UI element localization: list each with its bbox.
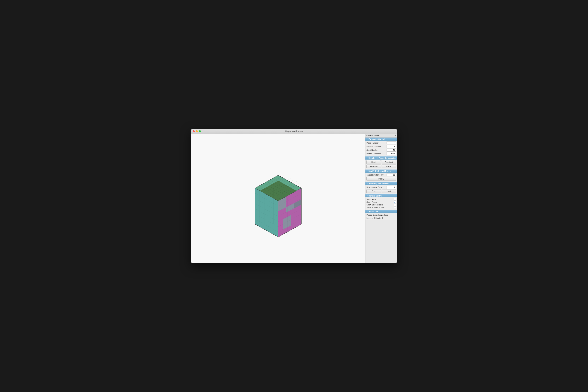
section-status-bar[interactable]: ▼ Status Bar (366, 210, 397, 213)
seed-number-label: Seed Number (367, 149, 378, 151)
show-puzzle-label: Show Puzzle (367, 201, 378, 203)
show-ball-skeleton-label: Show Ball Skeleton (367, 204, 383, 206)
construct-button[interactable]: Construct (382, 160, 396, 164)
piece-number-input[interactable] (387, 141, 396, 144)
section-render-control[interactable]: ▼ Render Control (366, 194, 397, 198)
section-parameter-control[interactable]: ▼ Parameter Control (366, 138, 397, 141)
hl-constructor-label: High Level Puzzle Constructor (369, 157, 396, 159)
piece-number-label: Piece Number (367, 142, 379, 144)
disassembly-step-row: Disassembly Step (367, 186, 396, 189)
minimize-button[interactable] (196, 130, 198, 132)
modify-hl-body: Target Level (Modify) Modify (366, 172, 397, 182)
show-puzzle-row: Show Puzzle ✓ (367, 201, 396, 203)
main-view[interactable] (191, 134, 365, 263)
show-puzzle-checkbox[interactable]: ✓ (393, 201, 396, 203)
hl-constructor-arrow-icon: ▼ (367, 157, 368, 159)
tolerance-label: Puzzle Tolerance (367, 153, 381, 155)
tolerance-row: Puzzle Tolerance (367, 152, 396, 155)
read-button[interactable]: Read (367, 160, 381, 164)
show-smooth-puzzle-row: Show Smooth Puzzle ✓ (367, 206, 396, 209)
seed-number-input[interactable] (387, 148, 396, 152)
status-bar-body: Puzzle State: Interlocking Level of Diff… (366, 213, 397, 220)
panel-title-row: Control Panel × (366, 134, 397, 138)
show-smooth-puzzle-label: Show Smooth Puzzle (367, 206, 385, 208)
prev-button[interactable]: Prev (367, 189, 381, 193)
hl-constructor-body: Read Construct Save Puz Reset (366, 160, 397, 170)
show-axes-checkbox[interactable] (393, 198, 396, 200)
render-control-body: Show Axes Show Puzzle ✓ Show Ball Skelet… (366, 198, 397, 210)
target-level-input[interactable] (387, 173, 396, 176)
param-arrow-icon: ▼ (367, 138, 368, 140)
target-level-label: Target Level (Modify) (367, 174, 384, 176)
difficulty-status-text: Level of Difficulty: 6 (367, 217, 396, 220)
param-control-body: Piece Number Level of Difficulty Seed Nu… (366, 141, 397, 156)
main-window: High-LevelPuzzle (191, 129, 397, 263)
modify-arrow-icon: ▼ (367, 170, 368, 172)
save-puz-button[interactable]: Save Puz (367, 164, 381, 168)
target-level-row: Target Level (Modify) (367, 173, 396, 176)
show-smooth-puzzle-checkbox[interactable]: ✓ (393, 206, 396, 209)
piece-number-row: Piece Number (367, 141, 396, 144)
close-button[interactable] (193, 130, 195, 132)
puzzle-state-text: Puzzle State: Interlocking (367, 214, 396, 217)
panel-close-button[interactable]: × (395, 134, 396, 137)
show-ball-skeleton-checkbox[interactable]: ✓ (393, 204, 396, 206)
status-arrow-icon: ▼ (367, 210, 368, 212)
panel-title-label: Control Panel (367, 134, 379, 137)
difficulty-row: Level of Difficulty (367, 145, 396, 148)
title-bar: High-LevelPuzzle (191, 129, 397, 134)
render-control-label: Render Control (369, 195, 382, 197)
reset-button[interactable]: Reset (382, 164, 396, 168)
show-axes-row: Show Axes (367, 198, 396, 200)
seed-number-row: Seed Number (367, 148, 396, 152)
tolerance-input[interactable] (387, 152, 396, 155)
modify-btn-row: Modify (367, 177, 396, 181)
show-ball-skeleton-row: Show Ball Skeleton ✓ (367, 204, 396, 206)
difficulty-label: Level of Difficulty (367, 146, 381, 148)
disassembly-step-input[interactable] (387, 186, 396, 189)
assembly-arrow-icon: ▼ (367, 183, 368, 184)
section-modify-hl[interactable]: ▼ Modify High Level Puzzle (366, 170, 397, 172)
window-title: High-LevelPuzzle (285, 130, 303, 132)
traffic-lights (193, 130, 201, 132)
read-construct-row: Read Construct (367, 160, 396, 164)
save-reset-row: Save Puz Reset (367, 164, 396, 168)
puzzle-canvas[interactable] (237, 157, 319, 240)
difficulty-input[interactable] (387, 145, 396, 148)
modify-hl-label: Modify High Level Puzzle (369, 170, 391, 172)
window-body: Control Panel × ▼ Parameter Control Piec… (191, 134, 397, 263)
render-arrow-icon: ▼ (367, 195, 368, 197)
control-panel: Control Panel × ▼ Parameter Control Piec… (365, 134, 397, 263)
assembly-viewer-body: Disassembly Step Prev Next (366, 185, 397, 194)
section-high-level-constructor[interactable]: ▼ High Level Puzzle Constructor (366, 156, 397, 160)
prev-next-row: Prev Next (367, 189, 396, 193)
section-assembly-viewer[interactable]: ▼ Assembly State Viewer (366, 182, 397, 185)
param-control-label: Parameter Control (369, 138, 385, 140)
maximize-button[interactable] (199, 130, 201, 132)
modify-button[interactable]: Modify (367, 177, 396, 181)
next-button[interactable]: Next (382, 189, 396, 193)
assembly-viewer-label: Assembly State Viewer (369, 182, 389, 184)
disassembly-step-label: Disassembly Step (367, 186, 382, 188)
status-bar-label: Status Bar (369, 210, 378, 212)
show-axes-label: Show Axes (367, 198, 376, 200)
